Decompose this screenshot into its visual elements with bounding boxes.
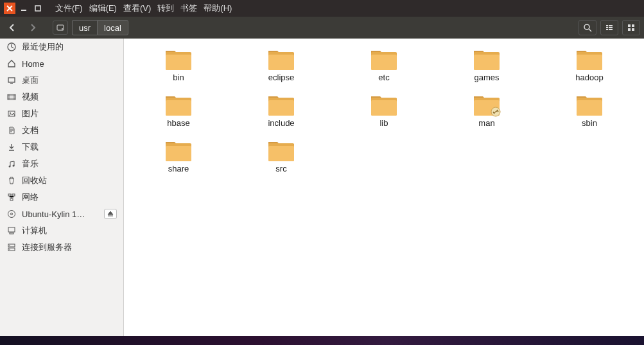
menu-help[interactable]: 帮助(H) (204, 3, 232, 14)
network-icon (6, 192, 17, 202)
file-view[interactable]: bineclipseetcgameshadoophbaseincludelibm… (124, 39, 644, 336)
desktop-icon (6, 75, 17, 85)
menu-file[interactable]: 文件(F) (55, 3, 83, 14)
home-icon (6, 58, 17, 69)
svg-point-24 (13, 165, 15, 167)
folder-icon (473, 47, 501, 71)
folder-item-games[interactable]: games (451, 45, 522, 84)
folder-icon (267, 47, 295, 71)
sidebar-item-Home[interactable]: Home (0, 55, 123, 72)
computer-icon (6, 226, 17, 236)
svg-point-23 (9, 166, 11, 168)
sidebar-item-图片[interactable]: 图片 (0, 105, 123, 122)
nav-back-button[interactable] (4, 20, 21, 35)
path-segment-usr[interactable]: usr (72, 20, 97, 35)
svg-rect-10 (606, 27, 608, 28)
menu-go[interactable]: 转到 (157, 3, 174, 14)
folder-link-icon (473, 93, 501, 117)
svg-point-7 (584, 24, 589, 30)
folder-item-man[interactable]: man (451, 91, 522, 130)
svg-rect-31 (10, 233, 13, 234)
sidebar-item-视频[interactable]: 视频 (0, 89, 123, 105)
toolbar: usr local (0, 17, 644, 39)
svg-rect-30 (8, 227, 15, 232)
sidebar-item-计算机[interactable]: 计算机 (0, 222, 123, 239)
folder-item-src[interactable]: src (246, 136, 317, 175)
window-close-button[interactable] (4, 3, 15, 14)
folder-item-sbin[interactable]: sbin (554, 91, 625, 130)
sidebar-item-Ubuntu-Kylin 1…[interactable]: Ubuntu-Kylin 1… (0, 206, 123, 222)
sidebar-item-label: 音乐 (22, 158, 39, 170)
folder-item-share[interactable]: share (143, 136, 214, 175)
folder-item-eclipse[interactable]: eclipse (246, 45, 317, 84)
folder-icon (575, 93, 604, 117)
svg-point-29 (11, 213, 13, 215)
file-manager-window: 文件(F) 编辑(E) 查看(V) 转到 书签 帮助(H) usr local (0, 0, 644, 336)
download-icon (6, 142, 17, 152)
folder-item-hadoop[interactable]: hadoop (554, 45, 625, 84)
sidebar-item-桌面[interactable]: 桌面 (0, 72, 123, 89)
sidebar-item-网络[interactable]: 网络 (0, 189, 123, 206)
path-segment-local[interactable]: local (97, 20, 128, 35)
svg-point-35 (9, 249, 10, 250)
folder-item-hbase[interactable]: hbase (143, 91, 214, 130)
sidebar-item-回收站[interactable]: 回收站 (0, 172, 123, 189)
folder-label: man (478, 118, 494, 128)
svg-rect-14 (628, 24, 631, 27)
clock-icon (6, 42, 17, 52)
folder-label: src (275, 164, 286, 173)
svg-rect-27 (10, 199, 13, 200)
sidebar-item-label: 视频 (22, 91, 39, 103)
menubar: 文件(F) 编辑(E) 查看(V) 转到 书签 帮助(H) (55, 3, 232, 14)
svg-rect-19 (8, 78, 15, 82)
folder-label: hadoop (575, 73, 603, 82)
folder-icon (267, 93, 295, 117)
svg-rect-15 (632, 24, 634, 27)
sidebar-item-label: 桌面 (22, 75, 39, 86)
folder-label: share (168, 164, 189, 173)
sidebar-item-音乐[interactable]: 音乐 (0, 155, 123, 172)
eject-icon[interactable] (104, 209, 117, 219)
svg-rect-13 (609, 29, 613, 30)
nav-forward-button[interactable] (24, 20, 41, 35)
documents-icon (6, 125, 17, 136)
sidebar-item-label: 连接到服务器 (22, 242, 72, 253)
svg-rect-9 (609, 25, 613, 26)
menu-edit[interactable]: 编辑(E) (89, 3, 117, 14)
svg-rect-25 (8, 194, 11, 196)
sidebar-item-label: 文档 (22, 125, 39, 136)
menu-bookmarks[interactable]: 书签 (180, 3, 197, 14)
sidebar-item-文档[interactable]: 文档 (0, 122, 123, 139)
sidebar-item-label: 网络 (22, 191, 39, 203)
svg-rect-11 (609, 27, 613, 28)
sidebar-item-连接到服务器[interactable]: 连接到服务器 (0, 239, 123, 256)
sidebar-item-label: 回收站 (22, 175, 47, 186)
sidebar-item-label: Home (22, 59, 44, 69)
folder-icon (164, 138, 193, 163)
view-grid-button[interactable] (622, 20, 640, 35)
search-button[interactable] (579, 20, 596, 35)
sidebar-item-label: Ubuntu-Kylin 1… (22, 209, 85, 219)
svg-rect-8 (606, 25, 608, 26)
window-minimize-button[interactable] (18, 3, 30, 14)
folder-label: hbase (167, 118, 189, 128)
sidebar-item-label: 最近使用的 (22, 41, 64, 53)
svg-rect-16 (628, 28, 631, 31)
menu-view[interactable]: 查看(V) (123, 3, 151, 14)
folder-label: games (474, 73, 499, 82)
folder-item-bin[interactable]: bin (143, 45, 214, 84)
video-icon (6, 92, 17, 102)
folder-item-etc[interactable]: etc (349, 45, 419, 84)
path-root-drive-icon[interactable] (53, 21, 68, 35)
sidebar-item-下载[interactable]: 下载 (0, 139, 123, 155)
trash-icon (6, 175, 17, 186)
folder-item-lib[interactable]: lib (349, 91, 419, 130)
folder-icon (370, 93, 398, 117)
music-icon (6, 159, 17, 169)
sidebar-item-最近使用的[interactable]: 最近使用的 (0, 39, 123, 55)
folder-icon (164, 47, 193, 71)
view-list-button[interactable] (600, 20, 618, 35)
folder-item-include[interactable]: include (246, 91, 317, 130)
window-maximize-button[interactable] (32, 3, 44, 14)
folder-label: etc (378, 73, 389, 82)
